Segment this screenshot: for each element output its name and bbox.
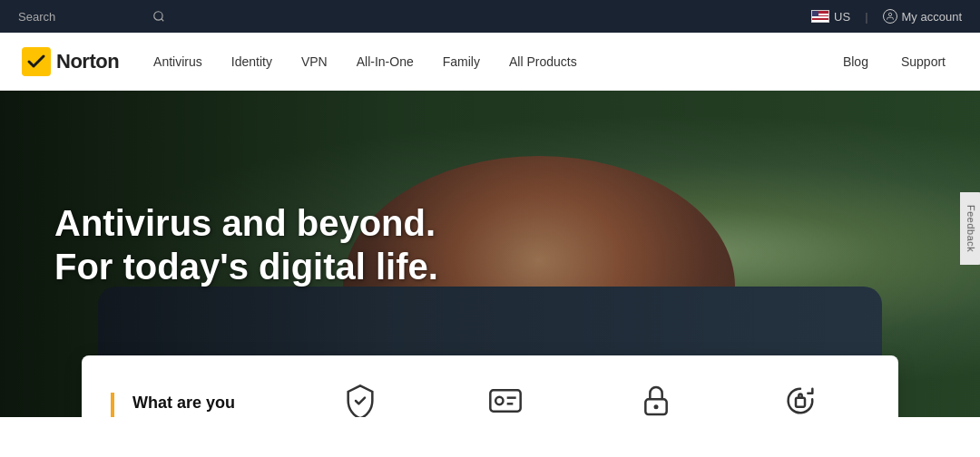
norton-logo-text: Norton — [56, 50, 119, 73]
nav-family[interactable]: Family — [430, 47, 493, 76]
hero-title: Antivirus and beyond. For today's digita… — [54, 201, 438, 288]
my-account-label: My account — [902, 10, 962, 24]
hero-section: Antivirus and beyond. For today's digita… — [0, 91, 980, 417]
hero-content: Antivirus and beyond. For today's digita… — [54, 201, 438, 288]
search-icon — [152, 10, 165, 23]
nav-support[interactable]: Support — [888, 47, 958, 76]
nav-links: Antivirus Identity VPN All-In-One Family… — [141, 47, 830, 76]
account-icon — [883, 9, 897, 24]
card-items: Antivirus for Devices › Identity Theft P… — [292, 381, 869, 417]
card-prompt-text: What are you looking for? — [132, 393, 292, 417]
svg-point-9 — [654, 404, 659, 409]
norton-logo-icon — [22, 47, 51, 76]
card-item-all-in-one[interactable]: All-In-One Protection › — [742, 381, 858, 417]
what-looking-for-card: What are you looking for? Antivirus for … — [82, 355, 898, 417]
svg-point-0 — [154, 12, 162, 20]
svg-rect-10 — [796, 397, 805, 406]
card-item-antivirus[interactable]: Antivirus for Devices › — [303, 381, 417, 417]
nav-identity[interactable]: Identity — [219, 47, 285, 76]
refresh-lock-icon — [780, 381, 820, 417]
us-flag-icon — [811, 10, 829, 23]
divider: | — [865, 10, 867, 24]
lock-icon — [636, 381, 676, 417]
norton-logo[interactable]: Norton — [22, 47, 119, 76]
nav-all-products[interactable]: All Products — [496, 47, 590, 76]
search-input[interactable] — [18, 10, 145, 24]
id-card-icon — [485, 381, 525, 417]
nav-all-in-one[interactable]: All-In-One — [344, 47, 426, 76]
card-item-identity[interactable]: Identity Theft Protection › — [439, 381, 570, 417]
svg-point-5 — [495, 397, 503, 404]
my-account-button[interactable]: My account — [883, 9, 962, 24]
search-area[interactable] — [18, 10, 165, 24]
country-selector[interactable]: US — [811, 10, 850, 24]
top-bar-right: US | My account — [811, 9, 962, 24]
nav-right: Blog Support — [830, 47, 958, 76]
nav-blog[interactable]: Blog — [830, 47, 881, 76]
nav-antivirus[interactable]: Antivirus — [141, 47, 215, 76]
main-nav: Norton Antivirus Identity VPN All-In-One… — [0, 33, 980, 91]
svg-point-2 — [888, 13, 891, 15]
shield-check-icon — [340, 381, 380, 417]
feedback-label: Feedback — [965, 205, 976, 252]
card-item-vpn[interactable]: VPN for Online Privacy › — [593, 381, 720, 417]
feedback-tab[interactable]: Feedback — [960, 192, 980, 265]
hero-title-line2: For today's digital life. — [54, 245, 438, 288]
top-bar: US | My account — [0, 0, 980, 33]
svg-line-1 — [162, 19, 164, 22]
country-label: US — [834, 10, 850, 24]
card-prompt: What are you looking for? — [111, 393, 292, 417]
hero-title-line1: Antivirus and beyond. — [54, 201, 438, 245]
nav-vpn[interactable]: VPN — [289, 47, 340, 76]
